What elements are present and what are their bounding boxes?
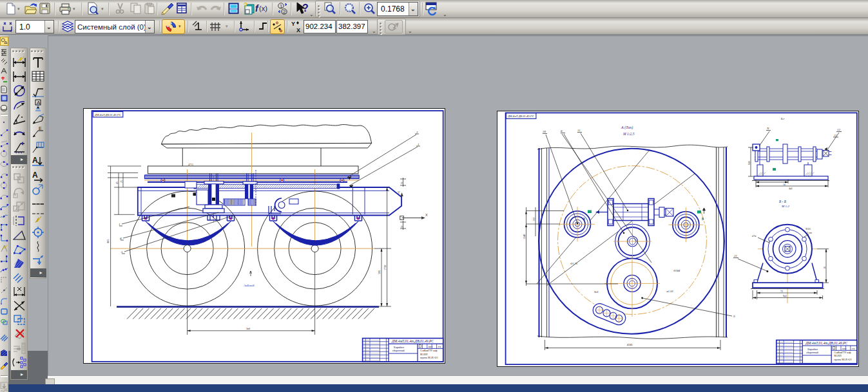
- svg-text:1: 1: [280, 3, 283, 9]
- svg-text:п7м: п7м: [752, 235, 757, 238]
- svg-text:965: 965: [106, 239, 110, 243]
- svg-text:E: E: [39, 126, 42, 131]
- svg-text:?: ?: [244, 2, 247, 9]
- svg-text:N: N: [766, 127, 769, 130]
- svg-text:ДМ.4мТ.ДВ.01.49.РС: ДМ.4мТ.ДВ.01.49.РС: [94, 113, 122, 117]
- svg-text:?: ?: [302, 3, 309, 14]
- svg-text:Б↗: Б↗: [781, 117, 785, 120]
- svg-text:МАХП: МАХП: [420, 353, 428, 356]
- svg-text:А (Тип): А (Тип): [621, 126, 633, 130]
- svg-text:группа МАХ-021: группа МАХ-021: [834, 359, 852, 361]
- svg-text:72: 72: [780, 290, 783, 293]
- svg-text:11: 11: [577, 129, 581, 132]
- svg-text:группа МАХ-021: группа МАХ-021: [420, 357, 438, 359]
- svg-text:16: 16: [823, 266, 826, 269]
- svg-text:4345: 4345: [627, 343, 633, 346]
- svg-text:12: 12: [837, 128, 841, 131]
- svg-text:132: 132: [532, 218, 535, 221]
- svg-text:8д5: 8д5: [783, 294, 787, 297]
- svg-text:сборочный: сборочный: [392, 349, 405, 352]
- svg-text:50: 50: [401, 225, 403, 228]
- svg-text:СевКавГТУ каф.: СевКавГТУ каф.: [420, 350, 438, 352]
- svg-text:лист: лист: [842, 348, 847, 350]
- svg-text:6 отв: 6 отв: [807, 232, 812, 234]
- svg-text:2: 2: [283, 9, 286, 15]
- svg-text:A: A: [32, 171, 38, 180]
- svg-text:50: 50: [401, 182, 403, 184]
- svg-text:№6: №6: [593, 290, 599, 294]
- svg-text:1240: 1240: [523, 234, 526, 239]
- svg-text:Ф384: Ф384: [673, 269, 680, 272]
- svg-text:X: X: [296, 27, 300, 33]
- svg-text:45: 45: [116, 182, 119, 184]
- svg-text:21: 21: [734, 254, 737, 257]
- svg-text:сборочный: сборочный: [806, 351, 819, 354]
- svg-text:СевКавГТУ каф.: СевКавГТУ каф.: [834, 351, 851, 354]
- svg-text:м1.50: м1.50: [666, 290, 673, 293]
- svg-text:(x): (x): [259, 5, 267, 12]
- svg-text:1750: 1750: [383, 265, 387, 270]
- svg-text:МАХП: МАХП: [834, 355, 842, 357]
- svg-text:595: 595: [378, 270, 381, 274]
- svg-text:лист: лист: [428, 346, 432, 348]
- svg-text:л-в: л-в: [852, 348, 855, 350]
- svg-text:Ф20: Ф20: [805, 227, 811, 230]
- svg-text:1: 1: [119, 223, 121, 226]
- svg-text:4д5: 4д5: [789, 187, 793, 190]
- svg-text:1к: 1к: [783, 183, 786, 186]
- svg-text:1: 1: [418, 143, 420, 146]
- svg-text:ДМ.4мТ,01,4т,ДВ,01,49.РС: ДМ.4мТ,01,4т,ДВ,01,49.РС: [391, 339, 434, 343]
- svg-text:ДМ.4мТ.ДВ.01.49.РС: ДМ.4мТ.ДВ.01.49.РС: [507, 115, 535, 118]
- svg-text:Y: Y: [291, 21, 295, 27]
- svg-text:640: 640: [748, 161, 751, 165]
- svg-text:4715: 4715: [188, 163, 193, 166]
- svg-text:Ф1.75: Ф1.75: [570, 262, 578, 265]
- svg-text:25: 25: [121, 180, 123, 183]
- svg-text:М 1:2,5: М 1:2,5: [622, 132, 635, 136]
- svg-text:М 1:2: М 1:2: [781, 205, 790, 208]
- svg-text:л-в: л-в: [438, 346, 441, 348]
- svg-text:30: 30: [543, 130, 546, 133]
- svg-text:X: X: [425, 213, 428, 217]
- svg-text:A: A: [37, 100, 41, 106]
- svg-text:Барабан: Барабан: [807, 348, 818, 351]
- svg-text:A: A: [32, 156, 38, 165]
- svg-text:Б: Б: [702, 217, 704, 221]
- svg-text:ДМ.4мТ,01,4т,ДВ,01,49.РС: ДМ.4мТ,01,4т,ДВ,01,49.РС: [805, 341, 847, 345]
- svg-text:АчБмо8: АчБмо8: [243, 284, 255, 287]
- svg-text:Б: Б: [583, 217, 585, 221]
- svg-text:Y: Y: [398, 191, 400, 194]
- svg-text:2в0: 2в0: [246, 327, 250, 330]
- svg-text:Барабан: Барабан: [394, 346, 404, 349]
- svg-text:Б - Б: Б - Б: [778, 200, 787, 203]
